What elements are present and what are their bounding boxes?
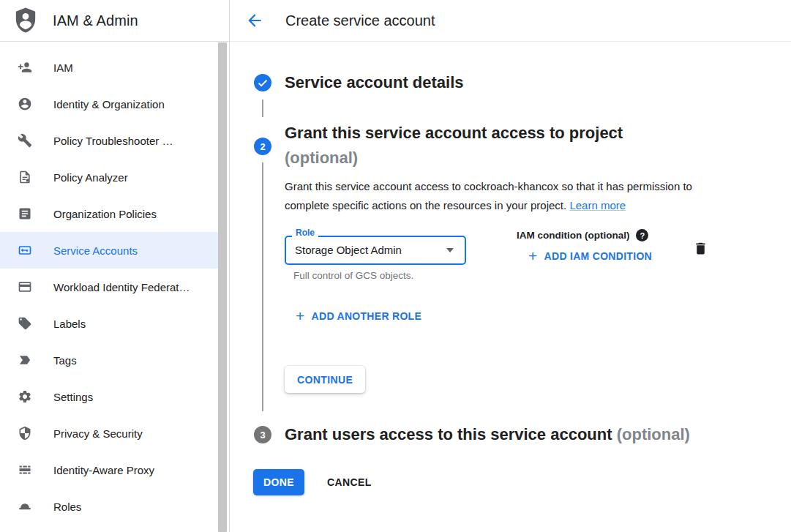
sidebar-scrollbar[interactable] <box>218 42 227 532</box>
cancel-button[interactable]: CANCEL <box>315 469 383 495</box>
add-iam-condition-button[interactable]: + ADD IAM CONDITION <box>528 249 652 263</box>
sidebar-item-label: Policy Analyzer <box>53 171 128 184</box>
sidebar-item-label: Identity & Organization <box>53 98 165 110</box>
gear-icon <box>18 389 32 404</box>
page-title: Create service account <box>285 0 435 42</box>
step1-title: Service account details <box>285 71 464 94</box>
sidebar-header: IAM & Admin <box>0 0 229 42</box>
add-another-role-button[interactable]: + ADD ANOTHER ROLE <box>296 309 421 323</box>
label-tag-icon <box>18 316 32 331</box>
role-helper-text: Full control of GCS objects. <box>293 270 413 281</box>
sidebar-item-iam[interactable]: IAM <box>0 49 220 86</box>
step2-badge: 2 <box>254 138 271 155</box>
step-connector-line <box>262 162 263 411</box>
proxy-grid-icon <box>18 462 32 477</box>
step2-optional-label: (optional) <box>285 146 358 170</box>
main-panel: Create service account Service account d… <box>230 0 791 532</box>
tag-arrow-icon <box>18 353 32 367</box>
sidebar-item-label: IAM <box>53 61 73 74</box>
sidebar-item-label: Tags <box>53 354 77 367</box>
sidebar-item-label: Settings <box>53 391 93 403</box>
card-icon <box>18 280 32 294</box>
policy-analyzer-icon <box>18 170 32 184</box>
sidebar-item-label: Labels <box>53 318 86 330</box>
done-button[interactable]: DONE <box>253 469 304 495</box>
add-another-role-label: ADD ANOTHER ROLE <box>312 310 422 322</box>
iam-condition-label: IAM condition (optional) ? <box>517 229 648 241</box>
continue-button[interactable]: CONTINUE <box>285 366 365 393</box>
account-circle-icon <box>18 97 32 111</box>
step2-description: Grant this service account access to coc… <box>285 177 721 215</box>
sidebar-item-roles[interactable]: Roles <box>0 488 220 525</box>
chevron-down-icon <box>446 248 454 252</box>
role-select[interactable]: Storage Object Admin <box>285 236 466 265</box>
sidebar-item-policy-troubleshooter[interactable]: Policy Troubleshooter … <box>0 122 220 159</box>
delete-role-trash-icon[interactable] <box>693 240 709 256</box>
main-header: Create service account <box>230 0 791 42</box>
sidebar-item-label: Service Accounts <box>53 244 138 257</box>
sidebar-item-labels[interactable]: Labels <box>0 305 220 342</box>
step2-description-text: Grant this service account access to coc… <box>285 180 692 211</box>
article-icon <box>18 206 32 221</box>
wrench-icon <box>18 133 32 148</box>
sidebar-item-label: Policy Troubleshooter … <box>53 135 173 147</box>
sidebar-item-label: Organization Policies <box>53 208 157 220</box>
role-field-label: Role <box>292 228 318 238</box>
step3-optional-label: (optional) <box>617 425 690 443</box>
help-icon[interactable]: ? <box>636 229 648 241</box>
plus-icon: + <box>528 249 538 263</box>
step3-title: Grant users access to this service accou… <box>285 423 690 446</box>
sidebar-title: IAM & Admin <box>53 12 138 29</box>
sidebar-item-label: Roles <box>53 501 81 513</box>
sidebar: IAM & Admin IAM Identity & Organization … <box>0 0 230 532</box>
sidebar-item-privacy-security[interactable]: Privacy & Security <box>0 415 220 452</box>
sidebar-item-label: Privacy & Security <box>53 427 143 440</box>
step2-title: Grant this service account access to pro… <box>285 121 623 145</box>
sidebar-item-tags[interactable]: Tags <box>0 342 220 378</box>
hat-icon <box>18 499 32 514</box>
sidebar-item-policy-analyzer[interactable]: Policy Analyzer <box>0 159 220 195</box>
learn-more-link[interactable]: Learn more <box>569 199 626 211</box>
sidebar-nav: IAM Identity & Organization Policy Troub… <box>0 42 229 525</box>
add-iam-condition-label: ADD IAM CONDITION <box>544 250 652 262</box>
step3-title-text: Grant users access to this service accou… <box>285 425 612 443</box>
sidebar-item-label: Workload Identity Federat… <box>53 281 190 293</box>
sidebar-item-settings[interactable]: Settings <box>0 378 220 415</box>
role-selected-value: Storage Object Admin <box>295 237 402 263</box>
step1-complete-check-icon <box>254 74 271 91</box>
back-arrow-icon[interactable] <box>245 11 264 30</box>
service-account-key-icon <box>18 243 32 258</box>
sidebar-item-identity-organization[interactable]: Identity & Organization <box>0 86 220 122</box>
sidebar-item-organization-policies[interactable]: Organization Policies <box>0 195 220 232</box>
sidebar-item-identity-aware-proxy[interactable]: Identity-Aware Proxy <box>0 452 220 488</box>
step-connector-line <box>262 100 263 117</box>
sidebar-item-service-accounts[interactable]: Service Accounts <box>0 232 220 269</box>
iam-admin-shield-icon <box>12 7 39 34</box>
step3-badge: 3 <box>254 426 271 443</box>
iam-condition-label-text: IAM condition (optional) <box>517 230 629 241</box>
person-add-icon <box>18 60 32 75</box>
plus-icon: + <box>296 309 305 323</box>
sidebar-item-workload-identity-federation[interactable]: Workload Identity Federat… <box>0 269 220 305</box>
shield-icon <box>18 426 32 441</box>
sidebar-item-label: Identity-Aware Proxy <box>53 464 154 476</box>
